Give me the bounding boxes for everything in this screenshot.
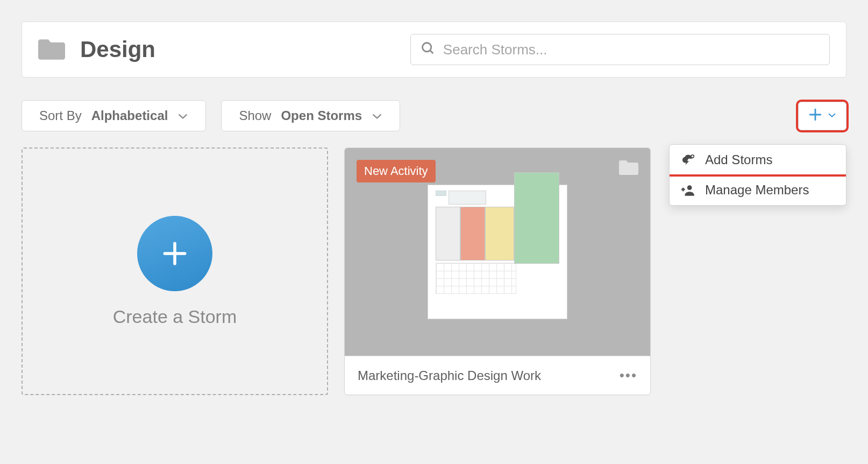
storm-card[interactable]: New Activity Marketing-Graphic Design Wo… xyxy=(344,147,651,395)
show-dropdown[interactable]: Show Open Storms xyxy=(221,100,400,131)
show-prefix: Show xyxy=(239,108,271,123)
chevron-down-icon xyxy=(177,108,188,123)
folder-icon xyxy=(619,159,638,177)
header-bar: Design xyxy=(22,22,846,78)
sort-dropdown[interactable]: Sort By Alphabetical xyxy=(22,100,206,131)
storm-title: Marketing-Graphic Design Work xyxy=(358,368,541,383)
manage-members-icon xyxy=(681,183,695,197)
search-icon xyxy=(421,41,436,58)
storm-thumbnail: New Activity xyxy=(345,148,650,356)
add-menu-button[interactable] xyxy=(798,102,846,130)
search-input[interactable] xyxy=(443,41,820,58)
add-menu-dropdown: Add Storms Manage Members xyxy=(669,144,846,206)
page-title: Design xyxy=(80,37,155,62)
storm-card-footer: Marketing-Graphic Design Work ••• xyxy=(345,356,650,395)
svg-point-7 xyxy=(687,185,692,190)
show-value: Open Storms xyxy=(281,108,362,123)
plus-icon xyxy=(808,108,822,124)
chevron-down-icon xyxy=(372,108,382,123)
menu-item-add-storms[interactable]: Add Storms xyxy=(670,145,846,175)
controls-row: Sort By Alphabetical Show Open Storms xyxy=(22,100,846,131)
svg-point-0 xyxy=(422,43,431,52)
create-storm-plus-circle xyxy=(137,216,212,291)
more-options-button[interactable]: ••• xyxy=(620,367,637,384)
menu-item-label: Add Storms xyxy=(705,152,772,167)
sort-value: Alphabetical xyxy=(91,108,168,123)
menu-item-manage-members[interactable]: Manage Members xyxy=(670,175,846,205)
storm-preview-icon xyxy=(428,185,567,319)
add-storm-icon xyxy=(681,153,695,167)
new-activity-badge: New Activity xyxy=(357,160,436,182)
search-field-wrap[interactable] xyxy=(410,34,830,65)
menu-item-label: Manage Members xyxy=(705,182,809,198)
svg-line-1 xyxy=(430,51,433,54)
chevron-down-icon xyxy=(828,111,836,121)
sort-prefix: Sort By xyxy=(39,108,82,123)
create-storm-label: Create a Storm xyxy=(113,306,237,327)
folder-icon xyxy=(38,37,65,62)
create-storm-card[interactable]: Create a Storm xyxy=(22,147,328,395)
